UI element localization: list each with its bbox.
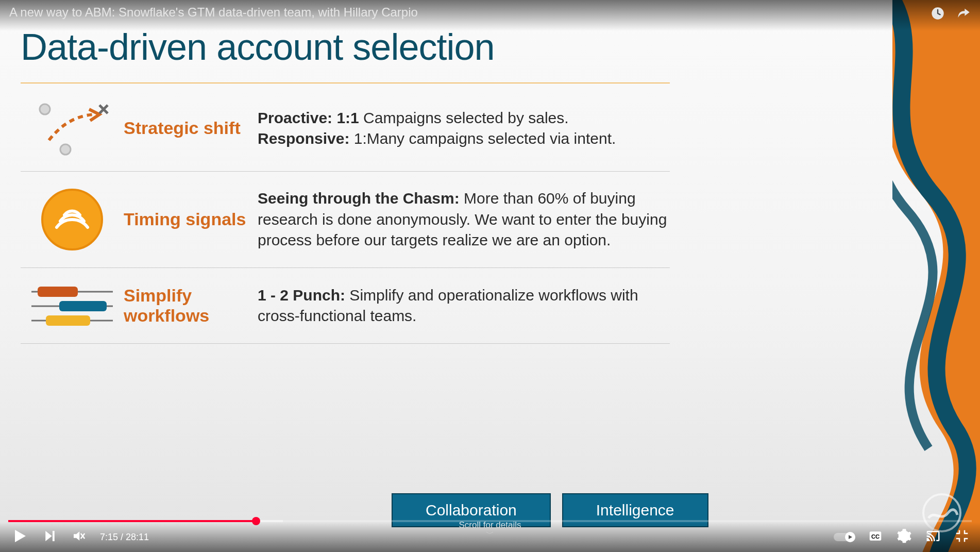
duration: 28:11 bbox=[126, 532, 149, 542]
next-button[interactable] bbox=[42, 528, 58, 546]
row-timing-signals: Timing signals Seeing through the Chasm:… bbox=[21, 172, 670, 268]
row-body: Proactive: 1:1 Campaigns selected by sal… bbox=[258, 108, 670, 149]
row-label: Strategic shift bbox=[124, 118, 258, 138]
svg-point-0 bbox=[40, 104, 50, 114]
video-frame[interactable]: Data-driven account selection Strategic … bbox=[0, 0, 980, 552]
fullscreen-exit-button[interactable] bbox=[954, 528, 970, 546]
row-label: Simplify workflows bbox=[124, 286, 258, 326]
row-label: Timing signals bbox=[124, 209, 258, 229]
svg-rect-7 bbox=[59, 301, 107, 311]
slide-content: Data-driven account selection Strategic … bbox=[0, 0, 980, 552]
top-rule bbox=[21, 82, 670, 83]
row-body: 1 - 2 Punch: Simplify and operationalize… bbox=[258, 285, 670, 327]
captions-button[interactable]: CC bbox=[868, 528, 883, 546]
video-title-bar: A new way to ABM: Snowflake's GTM data-d… bbox=[0, 0, 980, 31]
svg-point-1 bbox=[60, 144, 71, 155]
play-button[interactable] bbox=[10, 527, 29, 547]
current-time: 7:15 bbox=[100, 532, 118, 542]
strategic-shift-icon bbox=[21, 100, 124, 157]
row-strategic-shift: Strategic shift Proactive: 1:1 Campaigns… bbox=[21, 86, 670, 172]
video-title[interactable]: A new way to ABM: Snowflake's GTM data-d… bbox=[9, 5, 931, 20]
video-player: Data-driven account selection Strategic … bbox=[0, 0, 980, 552]
slide-title: Data-driven account selection bbox=[21, 26, 959, 68]
row-simplify-workflows: Simplify workflows 1 - 2 Punch: Simplify… bbox=[21, 268, 670, 344]
svg-rect-5 bbox=[38, 287, 78, 297]
share-icon[interactable] bbox=[956, 6, 971, 23]
simplify-workflows-icon bbox=[21, 282, 124, 329]
timing-signals-icon bbox=[21, 186, 124, 253]
mute-button[interactable] bbox=[71, 528, 87, 546]
watch-later-icon[interactable] bbox=[931, 6, 945, 23]
cast-button[interactable] bbox=[925, 528, 941, 546]
autoplay-toggle[interactable] bbox=[834, 533, 854, 541]
svg-rect-12 bbox=[53, 531, 55, 541]
time-display: 7:15 / 28:11 bbox=[100, 532, 149, 543]
row-body: Seeing through the Chasm: More than 60% … bbox=[258, 188, 670, 251]
video-controls: 7:15 / 28:11 CC bbox=[0, 522, 980, 552]
svg-text:CC: CC bbox=[871, 533, 880, 540]
settings-button[interactable] bbox=[897, 528, 912, 546]
svg-rect-9 bbox=[46, 315, 90, 326]
